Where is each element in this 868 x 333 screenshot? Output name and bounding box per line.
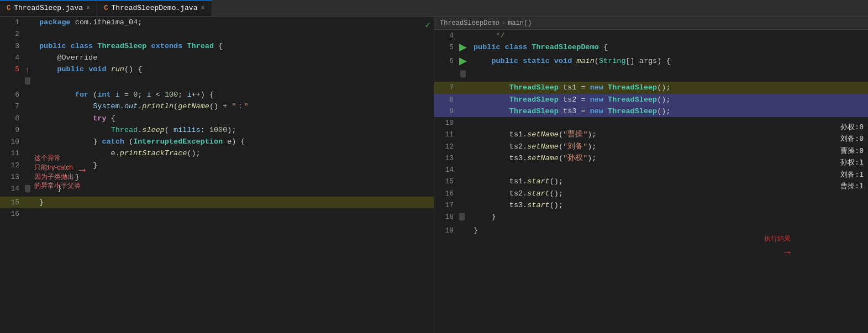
execution-result-block: 执行结果 → — [764, 234, 791, 261]
pane-left: 1 package com.itheima_04; 2 3 pub — [0, 17, 434, 333]
bookmark-icon — [25, 77, 30, 85]
run-icon-5 — [459, 44, 467, 51]
table-row: 12 ts2.setName("刘备"); — [434, 141, 868, 152]
breadcrumb-class: ThreadSleepDemo — [440, 18, 499, 28]
table-row: 14 } — [0, 183, 434, 197]
table-row: 10 } catch (InterruptedException e) { — [0, 136, 434, 147]
table-row: 5 public class ThreadSleepDemo { — [434, 41, 868, 55]
bookmark-icon-6 — [460, 70, 466, 78]
tab-left[interactable]: C ThreadSleep.java × — [0, 0, 97, 16]
tab-right[interactable]: C ThreadSleepDemo.java × — [97, 0, 212, 16]
java-icon-left: C — [7, 3, 10, 13]
table-row: 15 } — [0, 197, 434, 208]
left-code-area[interactable]: 1 package com.itheima_04; 2 3 pub — [0, 17, 434, 333]
panes: 1 package com.itheima_04; 2 3 pub — [0, 17, 868, 333]
breadcrumb-sep: › — [502, 18, 506, 28]
table-row: 8 try { — [0, 113, 434, 124]
table-row: 13 } — [0, 171, 434, 183]
java-icon-right: C — [104, 3, 108, 13]
table-row: 16 — [0, 208, 434, 220]
tab-left-label: ThreadSleep.java — [14, 3, 83, 14]
table-row: 9 ThreadSleep ts3 = new ThreadSleep(); — [434, 105, 868, 117]
execution-result-arrow: → — [764, 245, 791, 261]
right-code-lines: 4 */ 5 public class ThreadSleepDemo { — [434, 30, 868, 236]
table-row: 1 package com.itheima_04; — [0, 17, 434, 28]
table-row: 14 — [434, 164, 868, 176]
table-row: 3 public class ThreadSleep extends Threa… — [0, 40, 434, 52]
close-btn-left[interactable]: × — [86, 5, 90, 12]
right-code-area[interactable]: 4 */ 5 public class ThreadSleepDemo { — [434, 30, 868, 333]
table-row: 2 — [0, 28, 434, 40]
table-row: 18 } — [434, 211, 868, 225]
table-row: 9 Thread.sleep( millis: 1000); — [0, 124, 434, 136]
table-row: 6 for (int i = 0; i < 100; i++) { — [0, 89, 434, 101]
table-row: 6 public static void main(String[] args)… — [434, 55, 868, 82]
close-btn-right[interactable]: × — [201, 5, 204, 12]
table-row: 12 } — [0, 160, 434, 171]
up-arrow-icon: ↑ — [25, 65, 29, 76]
table-row: 19 } — [434, 225, 868, 236]
table-row: 11 ts1.setName("曹操"); — [434, 129, 868, 140]
table-row: 7 ThreadSleep ts1 = new ThreadSleep(); — [434, 82, 868, 93]
breadcrumb-method: main() — [508, 18, 532, 28]
run-icon-6 — [459, 57, 467, 65]
table-row: 8 ThreadSleep ts2 = new ThreadSleep(); — [434, 94, 868, 105]
tab-bar: C ThreadSleep.java × C ThreadSleepDemo.j… — [0, 0, 868, 17]
table-row: 13 ts3.setName("孙权"); — [434, 152, 868, 164]
table-row: 7 System.out.println(getName() + "：" — [0, 101, 434, 112]
left-code-lines: 1 package com.itheima_04; 2 3 pub — [0, 17, 434, 220]
bookmark-icon-18 — [459, 213, 465, 221]
table-row: 17 ts3.start(); — [434, 199, 868, 211]
table-row: 15 ts1.start(); — [434, 176, 868, 187]
pane-right: ThreadSleepDemo › main() 4 */ 5 — [434, 17, 868, 333]
editor-container: C ThreadSleep.java × C ThreadSleepDemo.j… — [0, 0, 868, 333]
breadcrumb-bar: ThreadSleepDemo › main() — [434, 17, 868, 30]
checkmark-icon: ✓ — [425, 19, 430, 32]
table-row: 10 — [434, 117, 868, 129]
bookmark-icon-14 — [25, 185, 30, 193]
table-row: 11 e.printStackTrace(); — [0, 147, 434, 159]
table-row: 16 ts2.start(); — [434, 188, 868, 199]
table-row: 4 @Override — [0, 52, 434, 64]
tab-right-label: ThreadSleepDemo.java — [111, 3, 197, 14]
table-row: 4 */ — [434, 30, 868, 41]
table-row: 5 ↑ public void run() { — [0, 64, 434, 89]
